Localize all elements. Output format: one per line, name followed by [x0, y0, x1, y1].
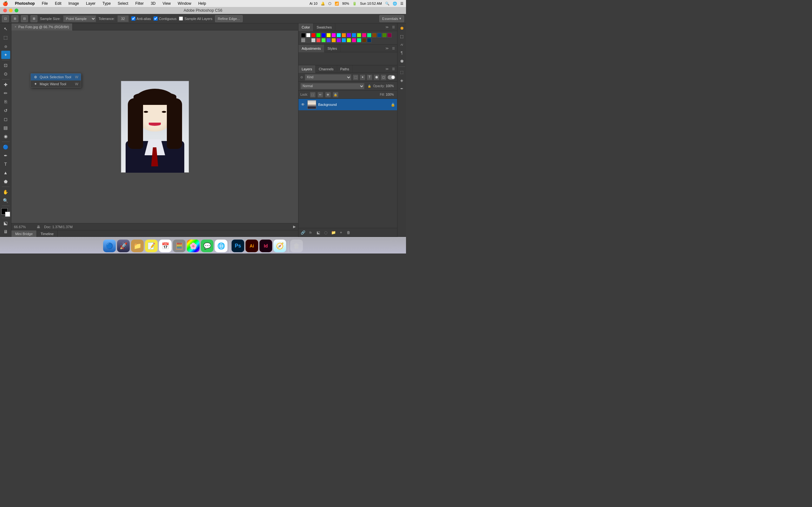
menu-window[interactable]: Window	[176, 1, 193, 6]
swatch-00ff00[interactable]	[316, 33, 321, 38]
tab-adjustments[interactable]: Adjustments	[299, 45, 324, 52]
dock-launchpad[interactable]: 🚀	[117, 239, 130, 252]
swatch-ff4444[interactable]	[316, 38, 321, 43]
maximize-button[interactable]	[14, 9, 18, 12]
layer-mask-btn[interactable]: ⬕	[315, 229, 321, 236]
layer-group-btn[interactable]: 📁	[330, 229, 337, 236]
dock-safari[interactable]: 🧭	[273, 239, 286, 252]
tool-quick-mask[interactable]: ⬕	[1, 219, 10, 227]
swatch-00aaff[interactable]	[342, 38, 346, 43]
swatch-ff00ff[interactable]	[332, 33, 336, 38]
panel-icon-ai[interactable]: Ai	[398, 41, 405, 48]
menu-filter[interactable]: Filter	[134, 1, 145, 6]
menu-extras-icon[interactable]: ☰	[400, 2, 403, 6]
layer-delete-btn[interactable]: 🗑	[345, 229, 352, 236]
layer-fx-btn[interactable]: fx	[307, 229, 314, 236]
bluetooth-icon[interactable]: ⬡	[328, 2, 332, 6]
dock-calculator[interactable]: 🧮	[173, 239, 186, 252]
panel-icon-paths[interactable]: ✒	[398, 85, 405, 92]
swatch-44ff44[interactable]	[321, 38, 326, 43]
menu-select[interactable]: Select	[116, 1, 130, 6]
tool-dodge[interactable]: 🔵	[1, 143, 10, 151]
menu-layer[interactable]: Layer	[85, 1, 97, 6]
tool-shape[interactable]: ⬟	[1, 177, 10, 186]
tab-close-btn[interactable]: ×	[14, 25, 16, 29]
sample-all-checkbox[interactable]	[179, 16, 183, 20]
foreground-color[interactable]	[1, 208, 10, 216]
tool-lasso[interactable]: ⌾	[1, 42, 10, 50]
document-tab[interactable]: × Pas Foto.jpg @ 66.7% (RGB/8#)	[11, 23, 72, 31]
search-icon[interactable]: 🔍	[385, 2, 390, 6]
swatch-00ffaa[interactable]	[357, 38, 361, 43]
swatch-8800ff[interactable]	[347, 33, 351, 38]
filter-icon-5[interactable]: ◻	[380, 74, 386, 80]
tab-layers[interactable]: Layers	[299, 65, 316, 73]
swatch-0088ff[interactable]	[352, 33, 356, 38]
fill-value[interactable]: 100%	[386, 93, 395, 96]
filter-icon-1[interactable]: ⬚	[353, 74, 358, 80]
tool-brush[interactable]: ✏	[1, 89, 10, 97]
tool-eyedropper[interactable]: ⊙	[1, 70, 10, 78]
tool-crop[interactable]: ⊡	[1, 61, 10, 69]
tool-path[interactable]: ▲	[1, 169, 10, 177]
popup-magic-wand[interactable]: ✦ Magic Wand Tool W	[31, 80, 81, 88]
dock-calendar[interactable]: 📅	[159, 239, 171, 252]
panel-menu-btn[interactable]: ☰	[391, 25, 396, 30]
tab-styles[interactable]: Styles	[324, 45, 341, 52]
menu-view[interactable]: View	[161, 1, 172, 6]
menu-file[interactable]: File	[41, 1, 49, 6]
menu-help[interactable]: Help	[197, 1, 207, 6]
refine-edge-button[interactable]: Refine Edge...	[215, 15, 243, 22]
swatch-884400[interactable]	[372, 33, 376, 38]
tool-hand[interactable]: ✋	[1, 188, 10, 196]
swatch-aa00ff[interactable]	[337, 38, 341, 43]
layer-visibility-toggle[interactable]: 👁	[300, 102, 305, 107]
apple-menu[interactable]: 🍎	[3, 1, 8, 6]
panel-icon-styles[interactable]: ⬟	[398, 58, 405, 65]
swatch-0000ff[interactable]	[321, 33, 326, 38]
tool-history[interactable]: ↺	[1, 106, 10, 114]
tool-magic-wand[interactable]: ✦	[1, 51, 10, 59]
lock-position-btn[interactable]: ✥	[325, 92, 331, 98]
siri-icon[interactable]: 🌐	[393, 2, 397, 6]
tab-swatches[interactable]: Swatches	[313, 23, 335, 31]
panel-expand-btn[interactable]: ≫	[385, 25, 390, 30]
swatch-00ff88[interactable]	[367, 33, 371, 38]
tool-healing[interactable]: ✚	[1, 80, 10, 89]
layer-new-btn[interactable]: +	[338, 229, 344, 236]
notification-icon[interactable]: 🔔	[321, 2, 325, 6]
panel-menu-btn-3[interactable]: ☰	[391, 66, 396, 72]
swatch-ffff00[interactable]	[326, 33, 331, 38]
tool-select[interactable]: ⬚	[1, 33, 10, 42]
canvas-container[interactable]: ⊕ Quick Selection Tool W ✦ Magic Wand To…	[11, 31, 298, 223]
minimize-button[interactable]	[9, 9, 13, 12]
swatch-aaff00[interactable]	[347, 38, 351, 43]
swatch-ff8800[interactable]	[342, 33, 346, 38]
lock-pixels-btn[interactable]: ✏	[317, 92, 323, 98]
layer-link-btn[interactable]: 🔗	[300, 229, 306, 236]
tool-type[interactable]: T	[1, 160, 10, 168]
menu-3d[interactable]: 3D	[149, 1, 157, 6]
filter-type-select[interactable]: Kind	[305, 74, 351, 80]
dock-chrome[interactable]: 🌐	[215, 239, 227, 252]
dock-messages[interactable]: 💬	[201, 239, 213, 252]
tool-move[interactable]: ↖	[1, 25, 10, 33]
tool-gradient[interactable]: ▤	[1, 124, 10, 132]
swatch-00ffff[interactable]	[337, 33, 341, 38]
tab-paths[interactable]: Paths	[337, 65, 353, 73]
swatch-4444ff[interactable]	[326, 38, 331, 43]
dock-illustrator[interactable]: Ai	[246, 239, 258, 252]
swatch-88ff00[interactable]	[357, 33, 361, 38]
options-tool-icon-2[interactable]: ⊞	[11, 15, 18, 22]
panel-icon-adjustments[interactable]: ¶	[398, 49, 405, 56]
swatch-880044[interactable]	[387, 33, 392, 38]
swatch-ffaa00[interactable]	[332, 38, 336, 43]
tolerance-input[interactable]	[117, 15, 129, 22]
swatch-ffffff[interactable]	[306, 33, 310, 38]
essentials-dropdown[interactable]: Essentials ▾	[379, 15, 404, 22]
options-tool-icon-4[interactable]: ⊠	[31, 15, 38, 22]
filter-toggle[interactable]	[388, 75, 395, 79]
swatch-ff00aa[interactable]	[352, 38, 356, 43]
sample-size-select[interactable]: Point Sample 3 by 3 Average 5 by 5 Avera…	[63, 15, 96, 22]
dock-photos[interactable]: 🌸	[187, 239, 200, 252]
